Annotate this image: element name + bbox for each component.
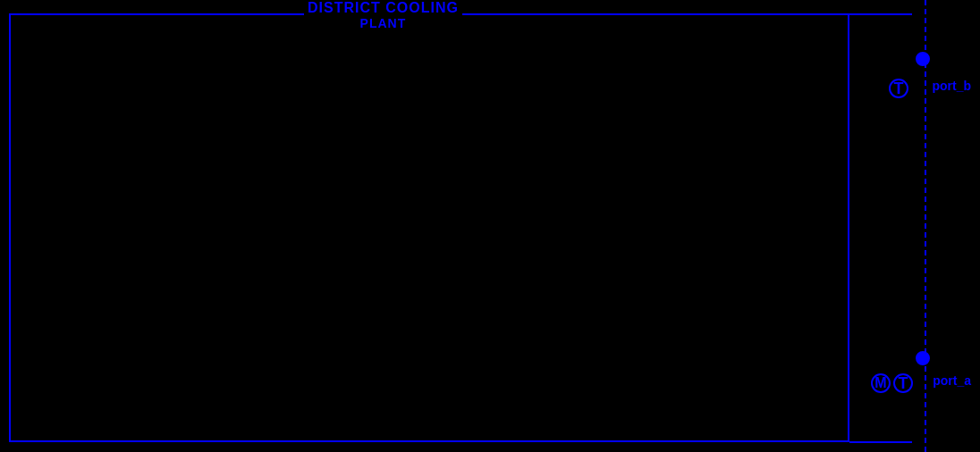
top-horizontal-line [849, 13, 912, 15]
t-sensor-top-icon: T [889, 79, 908, 98]
port-a-label: port_a [933, 373, 971, 388]
port-b-label: port_b [932, 79, 971, 93]
bottom-horizontal-line [849, 441, 912, 443]
title-line2: PLANT [360, 16, 407, 30]
node-bottom [916, 351, 930, 365]
title-line1: DISTRICT COOLING [308, 0, 459, 16]
main-box [9, 13, 849, 442]
diagram-container: DISTRICT COOLING PLANT T port_b M T port… [0, 0, 980, 452]
node-top [916, 52, 930, 66]
m-sensor-bottom-icon: M [871, 373, 891, 393]
t-sensor-bottom-icon: T [893, 373, 913, 393]
right-vertical-line [925, 0, 926, 452]
title-container: DISTRICT COOLING PLANT [304, 0, 462, 30]
